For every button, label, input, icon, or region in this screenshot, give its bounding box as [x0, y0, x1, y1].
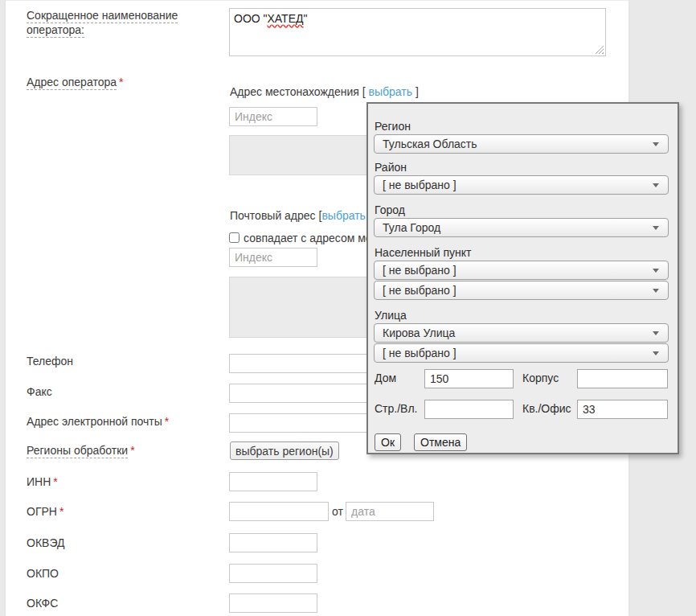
settlement-select-2-value: [ не выбрано ]: [383, 284, 456, 297]
chevron-down-icon: [653, 226, 659, 230]
required-asterisk: *: [59, 505, 63, 518]
postal-address-label: Почтовый адрес [выбрать ]: [230, 208, 372, 223]
same-address-checkbox[interactable]: [229, 232, 240, 243]
ogrn-date-input[interactable]: [346, 502, 434, 521]
street-select-1-value: Кирова Улица: [383, 326, 455, 339]
bracket-close: ]: [416, 85, 419, 98]
operator-registration-page: Сокращенное наименование оператора: ООО …: [0, 0, 696, 616]
fax-label: Факс: [27, 384, 52, 399]
inn-input[interactable]: [229, 472, 317, 491]
region-label: Регион: [375, 120, 411, 133]
street-label: Улица: [375, 309, 407, 322]
okpo-label: ОКПО: [27, 566, 59, 581]
settlement-label: Населенный пункт: [375, 246, 471, 260]
chevron-down-icon: [653, 351, 659, 355]
settlement-select-2[interactable]: [ не выбрано ]: [374, 281, 669, 300]
textarea-resize-handle[interactable]: [595, 45, 604, 54]
building-input[interactable]: [577, 369, 668, 388]
short-name-textarea[interactable]: ООО "ХАТЕД": [229, 8, 606, 56]
chevron-down-icon: [653, 331, 659, 335]
ok-button[interactable]: Ок: [375, 433, 401, 451]
street-select-1[interactable]: Кирова Улица: [374, 323, 669, 343]
choose-regions-button[interactable]: выбрать регион(ы): [230, 441, 339, 460]
ogrn-label: ОГРН*: [27, 504, 63, 519]
operator-address-label: Адрес оператора*: [27, 75, 123, 89]
regions-label: Регионы обработки*: [27, 443, 135, 458]
region-select[interactable]: Тульская Область: [374, 134, 669, 154]
building-label: Корпус: [522, 372, 559, 385]
required-asterisk: *: [53, 475, 57, 488]
city-label: Город: [375, 203, 405, 217]
apartment-label: Кв./Офис: [522, 402, 571, 416]
structure-input[interactable]: [424, 400, 514, 419]
required-asterisk: *: [130, 444, 134, 457]
apartment-input[interactable]: [577, 400, 668, 419]
okfs-label: ОКФС: [27, 596, 58, 610]
short-name-label: Сокращенное наименование оператора:: [27, 8, 215, 37]
city-select-value: Тула Город: [383, 221, 440, 234]
email-label: Адрес электронной почты*: [27, 414, 169, 429]
okved-input[interactable]: [229, 533, 317, 552]
okved-label: ОКВЭД: [27, 536, 64, 550]
required-asterisk: *: [165, 415, 169, 428]
settlement-select-1-value: [ не выбрано ]: [383, 264, 456, 277]
ogrn-input[interactable]: [229, 502, 329, 521]
okpo-input[interactable]: [229, 564, 317, 583]
inn-label: ИНН*: [27, 474, 58, 489]
district-select-value: [ не выбрано ]: [383, 179, 456, 191]
chevron-down-icon: [653, 142, 659, 146]
district-select[interactable]: [ не выбрано ]: [374, 175, 669, 195]
address-popup: Регион Тульская Область Район [ не выбра…: [366, 102, 679, 454]
ogrn-from-label: от: [332, 504, 343, 519]
required-asterisk: *: [119, 76, 123, 88]
cancel-button[interactable]: Отмена: [414, 433, 467, 451]
location-index-input[interactable]: [229, 107, 317, 126]
settlement-select-1[interactable]: [ не выбрано ]: [374, 261, 669, 280]
short-name-value: ООО ": [234, 12, 268, 25]
structure-label: Стр./Вл.: [375, 402, 417, 416]
region-select-value: Тульская Область: [383, 138, 477, 150]
house-input[interactable]: [424, 369, 514, 388]
misspelled-word: ХАТЕД: [268, 12, 304, 25]
postal-index-input[interactable]: [229, 248, 317, 267]
chevron-down-icon: [653, 269, 659, 273]
postal-address-choose-link[interactable]: выбрать: [321, 209, 366, 222]
bracket-open: [: [362, 85, 366, 98]
street-select-2[interactable]: [ не выбрано ]: [374, 343, 669, 363]
location-address-choose-link[interactable]: выбрать: [369, 85, 413, 98]
chevron-down-icon: [653, 289, 659, 293]
phone-label: Телефон: [27, 354, 73, 368]
chevron-down-icon: [653, 183, 659, 187]
district-label: Район: [375, 161, 407, 175]
house-label: Дом: [375, 372, 396, 385]
city-select[interactable]: Тула Город: [374, 218, 669, 237]
okfs-input[interactable]: [229, 593, 317, 613]
location-address-label: Адрес местонахождения [ выбрать ]: [230, 84, 419, 99]
street-select-2-value: [ не выбрано ]: [383, 347, 456, 359]
